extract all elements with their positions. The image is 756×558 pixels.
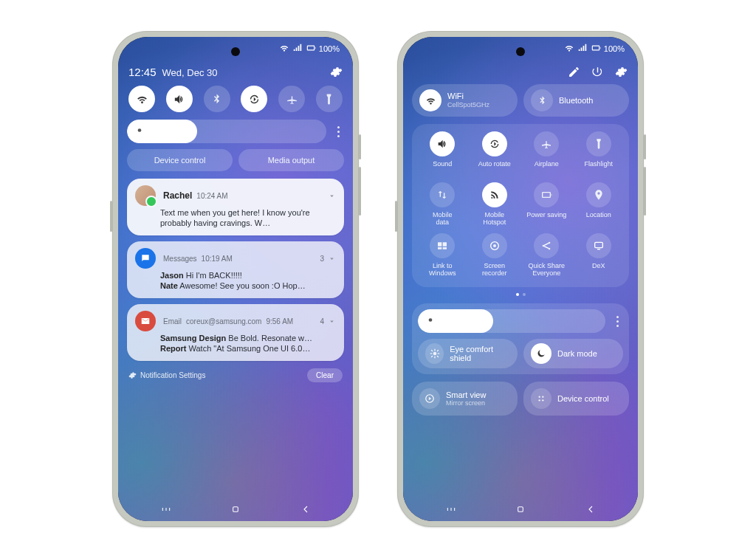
moon-icon [531,343,551,364]
sound-icon [430,131,455,156]
signal-status-icon [292,43,303,55]
wifi-icon [419,89,441,111]
battery-percent: 100% [319,44,340,53]
clear-button[interactable]: Clear [307,368,343,382]
chevron-down-icon[interactable] [328,192,336,200]
notification-settings-link[interactable]: Notification Settings [128,371,205,379]
wifi-toggle[interactable]: WiFiCellSpot5GHz [412,84,518,117]
qs-sound[interactable] [166,86,193,112]
mobile-hotspot-icon [482,182,507,207]
nav-home[interactable] [213,500,258,518]
settings-button[interactable] [614,65,628,78]
battery-status-icon [591,43,601,55]
wifi-status-icon [279,43,289,55]
clock-day: Wed, Dec 30 [162,67,218,78]
brightness-more-button[interactable] [332,120,344,143]
nav-bar [118,497,353,521]
nav-home[interactable] [498,500,543,518]
devices-icon [531,388,551,409]
battery-percent: 100% [604,44,625,53]
qs-location[interactable]: Location [576,182,622,226]
brightness-icon [425,315,436,328]
eye-comfort-toggle[interactable]: Eye comfort shield [418,339,518,368]
location-icon [586,182,611,207]
mobile-data-icon [430,182,455,207]
battery-status-icon [306,43,316,55]
media-output-button[interactable]: Media output [238,149,344,171]
nav-recents[interactable] [429,500,473,518]
qs-pager[interactable] [412,293,629,296]
nav-recents[interactable] [144,500,188,518]
power-button[interactable] [591,65,604,78]
screen-recorder-icon [482,233,507,258]
qs-quick-share[interactable]: Quick ShareEveryone [523,233,569,277]
qs-dex[interactable]: DeX [576,233,622,277]
avatar [135,185,156,206]
svg-rect-12 [233,507,238,512]
qs-airplane[interactable] [278,86,305,112]
qs-power-saving[interactable]: Power saving [523,182,569,226]
nav-back[interactable] [568,500,613,518]
notification-card[interactable]: Emailcoreux@samsung.com9:56 AM4 Samsung … [127,304,344,361]
flashlight-icon [586,131,611,156]
quick-share-icon [534,233,559,258]
brightness-slider[interactable] [127,120,326,143]
app-icon [135,311,156,331]
airplane-icon [534,131,559,156]
qs-flashlight[interactable]: Flashlight [576,131,622,175]
qs-mobile-data[interactable]: Mobiledata [419,182,465,226]
qs-mobile-hotspot[interactable]: MobileHotspot [472,182,518,226]
smart-view-button[interactable]: Smart viewMirror screen [412,382,518,416]
phone-notifications: 100% 12:45 Wed, Dec 30 Device control [112,31,359,527]
bluetooth-icon [531,89,553,111]
notification-card[interactable]: Rachel10:24 AMText me when you get here!… [127,179,344,235]
play-icon [419,388,440,409]
qs-airplane[interactable]: Airplane [523,131,569,175]
dex-icon [586,233,611,258]
wifi-status-icon [564,43,574,55]
chevron-down-icon[interactable]: 4 [320,317,336,326]
qs-grid: SoundAuto rotateAirplaneFlashlightMobile… [412,124,629,287]
link-windows-icon [430,233,455,258]
app-icon [135,248,156,269]
clock-date[interactable]: 12:45 Wed, Dec 30 [128,66,217,78]
clock-time: 12:45 [128,66,157,78]
notification-card[interactable]: Messages10:19 AM3 Jason Hi I'm BACK!!!!!… [127,241,344,298]
edit-button[interactable] [567,65,580,78]
eye-comfort-icon [425,343,444,364]
chevron-down-icon[interactable]: 3 [320,255,336,263]
brightness-slider[interactable] [418,309,605,333]
settings-button[interactable] [329,65,343,78]
qs-wifi[interactable] [128,86,155,112]
qs-screen-recorder[interactable]: Screenrecorder [472,233,518,277]
nav-bar [403,497,638,521]
brightness-more-button[interactable] [611,309,623,333]
signal-status-icon [577,43,588,55]
svg-rect-13 [518,507,523,512]
brightness-icon [134,125,145,138]
device-control-button[interactable]: Device control [523,382,629,416]
qs-auto-rotate[interactable]: Auto rotate [472,131,518,175]
qs-link-windows[interactable]: Link toWindows [419,233,465,277]
dark-mode-toggle[interactable]: Dark mode [523,339,623,368]
qs-sound[interactable]: Sound [419,131,465,175]
device-control-button[interactable]: Device control [127,149,233,171]
nav-back[interactable] [284,500,328,518]
qs-flashlight[interactable] [316,86,343,112]
qs-auto-rotate[interactable] [241,86,267,112]
phone-quick-settings: 100% WiFiCellSpot5GHz Bluetooth [397,31,644,527]
bluetooth-toggle[interactable]: Bluetooth [523,84,629,117]
qs-bluetooth[interactable] [204,86,230,112]
power-saving-icon [534,182,559,207]
auto-rotate-icon [482,131,507,156]
